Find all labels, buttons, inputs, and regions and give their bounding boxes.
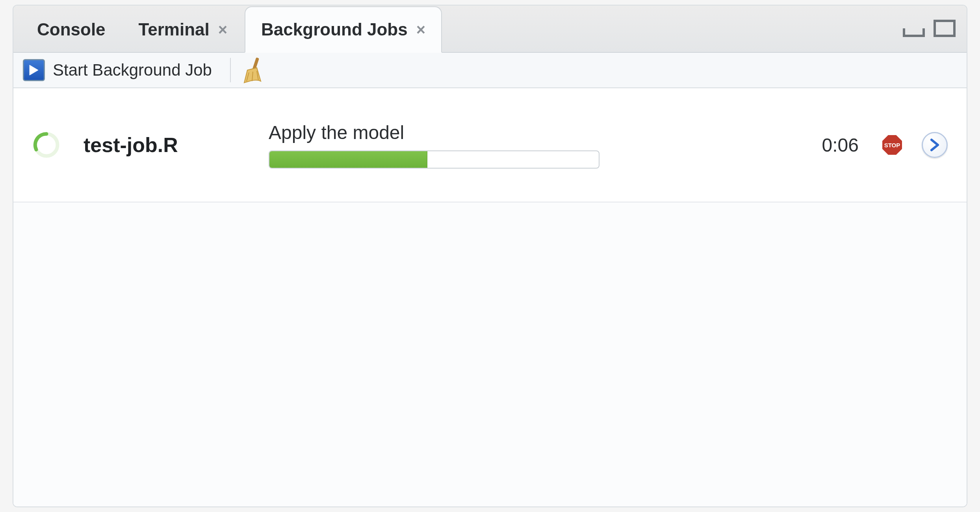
play-icon [29,64,39,76]
jobs-empty-area [13,202,967,506]
start-job-button[interactable] [23,59,45,81]
clear-jobs-button[interactable] [241,57,263,83]
svg-marker-0 [30,65,38,75]
close-icon[interactable]: × [416,21,425,39]
tab-label: Background Jobs [261,20,408,39]
pane-window-controls [903,20,956,37]
minimize-icon[interactable] [903,28,925,37]
job-progress-fill [269,151,427,168]
job-row: test-job.R Apply the model 0:06 STOP [13,88,967,202]
stop-button[interactable]: STOP [880,133,904,157]
chevron-right-icon [929,138,940,152]
tab-terminal[interactable]: Terminal × [123,6,243,53]
svg-text:STOP: STOP [884,142,900,148]
spinner-icon [32,131,61,159]
tab-background-jobs[interactable]: Background Jobs × [245,6,442,53]
stop-icon: STOP [880,133,904,157]
jobs-toolbar: Start Background Job [13,53,967,88]
job-progress-block: Apply the model [269,122,600,169]
tab-label: Console [37,20,106,39]
background-jobs-pane: Console Terminal × Background Jobs × Sta… [13,5,967,507]
job-progress-bar [269,150,600,169]
start-job-label[interactable]: Start Background Job [53,61,212,80]
job-details-button[interactable] [922,132,948,158]
toolbar-divider [230,58,231,82]
tab-console[interactable]: Console [21,6,121,53]
job-name: test-job.R [84,133,253,157]
tab-label: Terminal [139,20,210,39]
jobs-list: test-job.R Apply the model 0:06 STOP [13,88,967,506]
job-elapsed-time: 0:06 [822,134,859,156]
tab-bar: Console Terminal × Background Jobs × [13,6,967,53]
maximize-icon[interactable] [934,20,956,37]
close-icon[interactable]: × [218,21,227,39]
job-status-label: Apply the model [269,122,600,143]
broom-icon [241,57,263,83]
